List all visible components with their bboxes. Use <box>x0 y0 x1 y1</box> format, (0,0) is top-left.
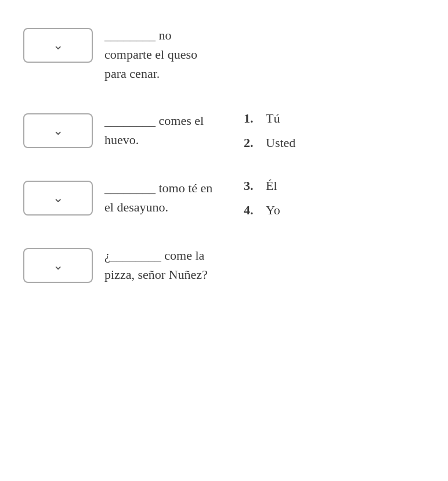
dropdown-q4[interactable]: ⌄ <box>23 248 93 283</box>
question-text-1: ________ no comparte el queso para cenar… <box>104 26 221 83</box>
chevron-down-icon-4: ⌄ <box>53 258 63 273</box>
question-text-4: ¿________ come la pizza, señor Nuñez? <box>104 246 221 284</box>
option-number-2: 2. <box>244 135 260 150</box>
question-row-3: ⌄ ________ tomo té en el desayuno. 3. Él… <box>23 164 425 232</box>
question-row-4: ⌄ ¿________ come la pizza, señor Nuñez? <box>23 232 425 298</box>
question-text-3: ________ tomo té en el desayuno. <box>104 178 221 217</box>
option-label-yo: Yo <box>266 203 280 218</box>
option-label-usted: Usted <box>266 135 295 150</box>
options-list-q2: 1. Tú 2. Usted <box>244 111 295 150</box>
chevron-down-icon-2: ⌄ <box>53 123 63 138</box>
option-number-1: 1. <box>244 111 260 126</box>
option-label-el: Él <box>266 178 277 193</box>
option-item-1: 1. Tú <box>244 111 295 126</box>
options-list-q3: 3. Él 4. Yo <box>244 178 280 218</box>
option-label-tu: Tú <box>266 111 280 126</box>
quiz-container: ⌄ ________ no comparte el queso para cen… <box>0 0 448 310</box>
dropdown-q2[interactable]: ⌄ <box>23 113 93 148</box>
dropdown-q1[interactable]: ⌄ <box>23 28 93 63</box>
question-row-1: ⌄ ________ no comparte el queso para cen… <box>23 12 425 97</box>
chevron-down-icon-3: ⌄ <box>53 191 63 206</box>
option-number-4: 4. <box>244 203 260 218</box>
option-item-2: 2. Usted <box>244 135 295 150</box>
option-item-3: 3. Él <box>244 178 280 193</box>
question-text-2: ________ comes el huevo. <box>104 111 221 149</box>
dropdown-q3[interactable]: ⌄ <box>23 181 93 216</box>
option-number-3: 3. <box>244 178 260 193</box>
option-item-4: 4. Yo <box>244 203 280 218</box>
chevron-down-icon: ⌄ <box>53 38 63 53</box>
question-row-2: ⌄ ________ comes el huevo. 1. Tú 2. Uste… <box>23 97 425 164</box>
